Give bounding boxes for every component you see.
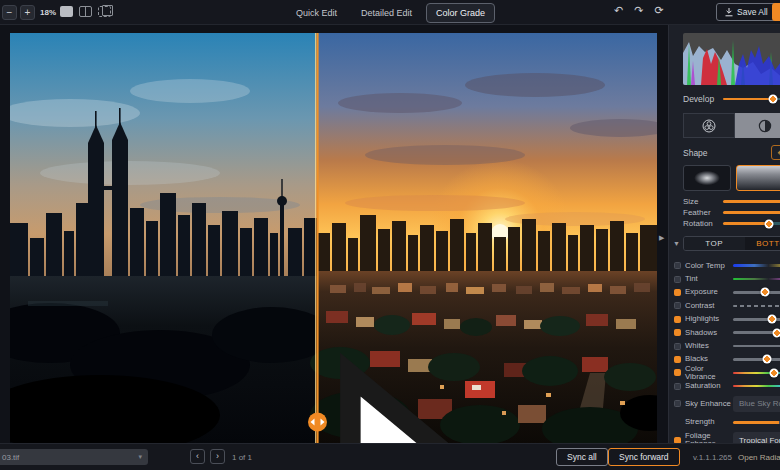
sky-enhance-label: Sky Enhance	[685, 400, 733, 408]
split-divider[interactable]	[315, 33, 319, 443]
shape-slider-label: Size	[683, 197, 723, 206]
adjustment-checkbox[interactable]	[674, 343, 681, 350]
adjustment-label: Highlights	[685, 315, 733, 323]
tab-detailed-edit[interactable]: Detailed Edit	[351, 3, 422, 23]
adjustment-checkbox[interactable]	[674, 302, 681, 309]
adjustment-label: Blacks	[685, 355, 733, 363]
adjustment-slider-knob[interactable]	[763, 355, 772, 364]
adjustment-checkbox[interactable]	[674, 289, 681, 296]
undo-icon[interactable]: ↶	[614, 4, 623, 17]
histogram	[683, 33, 780, 85]
shape-slider-knob[interactable]	[765, 219, 774, 228]
radial-shape-thumb[interactable]	[683, 165, 731, 191]
version-label: v.1.1.1.265	[693, 453, 732, 462]
adjustment-checkbox[interactable]	[674, 356, 681, 363]
panel-collapse-arrow-icon[interactable]: ▶	[659, 234, 664, 242]
adjustment-checkbox[interactable]	[674, 383, 681, 390]
redo-icon[interactable]: ↷	[634, 4, 643, 17]
zone-tab-bottom[interactable]: BOTTOM	[745, 237, 780, 250]
single-view-icon[interactable]	[60, 6, 73, 17]
adjustment-slider-track[interactable]	[733, 345, 780, 348]
develop-slider-knob[interactable]	[769, 95, 778, 104]
top-toolbar: − + 18% Quick EditDetailed EditColor Gra…	[0, 0, 780, 25]
reset-icon[interactable]: ⟳	[654, 4, 663, 17]
adjustment-slider-knob[interactable]	[773, 328, 780, 337]
adjustment-checkbox[interactable]	[674, 329, 681, 336]
adjustment-slider-knob[interactable]	[770, 368, 779, 377]
previous-image-button[interactable]: ‹	[190, 449, 205, 464]
adjustment-slider-track[interactable]	[733, 331, 780, 334]
adjustment-label: Whites	[685, 342, 733, 350]
edit-panel: Develop Shape	[668, 25, 780, 443]
photo-canvas[interactable]	[10, 33, 657, 443]
zone-row: ▼ TOPBOTTOM	[673, 236, 780, 251]
place-button[interactable]: ◈ Place	[771, 145, 780, 160]
shape-label: Shape	[683, 148, 771, 158]
sky-enhance-dropdown[interactable]: Blue Sky Royal	[733, 396, 780, 412]
next-image-button[interactable]: ›	[210, 449, 225, 464]
adjustment-slider-track[interactable]	[733, 358, 780, 361]
sky-enhance-checkbox[interactable]	[674, 400, 681, 407]
adjustment-slider-track[interactable]	[733, 385, 780, 388]
zoom-level: 18%	[40, 8, 56, 17]
shape-slider-row: Rotation	[683, 218, 780, 229]
split-handle[interactable]	[308, 413, 327, 432]
adjustment-slider-track[interactable]	[733, 291, 780, 294]
adjustment-row: Tint	[674, 272, 780, 285]
develop-row: Develop	[683, 94, 780, 104]
save-all-label: Save All	[737, 7, 768, 17]
shape-sliders: SizeFeatherRotation	[683, 196, 780, 229]
sync-all-button[interactable]: Sync all	[556, 448, 608, 466]
save-all-button[interactable]: Save All	[716, 3, 777, 21]
linear-shape-thumb[interactable]	[736, 165, 780, 191]
zoom-out-button[interactable]: −	[2, 5, 17, 20]
strength-row: Strength	[685, 416, 780, 429]
adjustment-slider-track[interactable]	[733, 372, 780, 375]
adjustment-row: Contrast	[674, 299, 780, 312]
adjustment-checkbox[interactable]	[674, 276, 681, 283]
adjustment-checkbox[interactable]	[674, 369, 681, 376]
tab-color-grade[interactable]: Color Grade	[426, 3, 495, 23]
adjustment-slider-knob[interactable]	[768, 315, 777, 324]
tab-gradient-mask[interactable]	[735, 113, 780, 138]
zoom-in-button[interactable]: +	[20, 5, 35, 20]
brand-label: Open Radiant M	[738, 453, 780, 462]
adjustment-slider-track[interactable]	[733, 305, 780, 308]
develop-slider[interactable]	[723, 98, 780, 101]
tab-quick-edit[interactable]: Quick Edit	[286, 3, 347, 23]
strength-label: Strength	[685, 418, 733, 426]
adjustment-slider-track[interactable]	[733, 278, 780, 281]
sync-forward-button[interactable]: Sync forward	[608, 448, 680, 466]
photo-scene	[10, 33, 657, 443]
adjustment-slider-track[interactable]	[733, 264, 780, 267]
adjustment-sliders: Color Temp Tint Exposure Contrast Highli…	[674, 259, 780, 393]
download-icon	[725, 8, 733, 17]
shape-slider-track[interactable]	[723, 211, 780, 214]
tab-color-wheel[interactable]	[683, 113, 735, 138]
color-wheel-icon	[702, 119, 716, 133]
adjustment-slider-knob[interactable]	[760, 288, 769, 297]
adjustment-label: Color Vibrance	[685, 365, 733, 381]
collapse-caret-icon[interactable]: ▼	[673, 240, 683, 247]
shape-slider-track[interactable]	[723, 222, 780, 225]
zone-tab-top[interactable]: TOP	[684, 237, 745, 250]
adjustment-checkbox[interactable]	[674, 262, 681, 269]
file-name: 03.tif	[2, 453, 19, 462]
adjustment-checkbox[interactable]	[674, 316, 681, 323]
adjustment-row: Color Temp	[674, 259, 780, 272]
sky-enhance-row: Sky Enhance Blue Sky Royal	[674, 396, 780, 412]
shape-slider-track[interactable]	[723, 200, 780, 203]
edit-mode-tabs: Quick EditDetailed EditColor Grade	[286, 3, 495, 23]
foreground-before	[10, 276, 332, 443]
shape-header: Shape ◈ Place	[683, 145, 780, 160]
strength-slider[interactable]	[733, 421, 780, 424]
adjustment-label: Color Temp	[685, 262, 733, 270]
chevron-down-icon: ▾	[138, 453, 142, 461]
accent-button[interactable]	[772, 3, 780, 21]
split-view-icon[interactable]	[79, 6, 92, 17]
file-dropdown[interactable]: 03.tif ▾	[0, 449, 148, 465]
adjustment-slider-track[interactable]	[733, 318, 780, 321]
shape-slider-label: Rotation	[683, 219, 723, 228]
side-by-side-view-icon[interactable]	[98, 6, 111, 17]
adjustment-label: Tint	[685, 275, 733, 283]
